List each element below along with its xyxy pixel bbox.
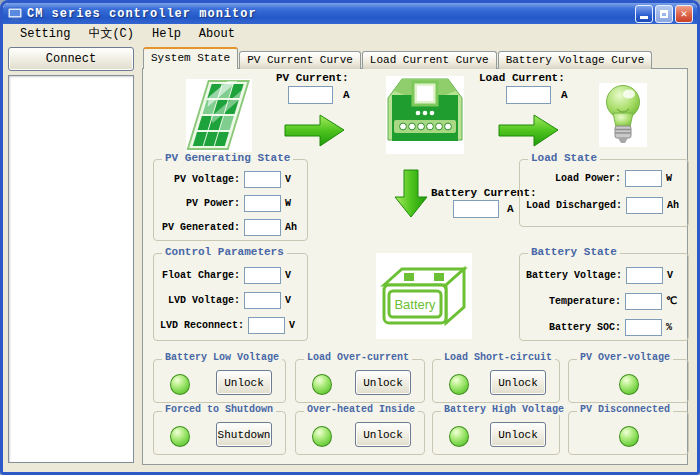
unlock-button[interactable]: Unlock [355,370,411,395]
tab-system-state[interactable]: System State [143,47,238,69]
alarm-load-over-current: Load Over-current Unlock [295,359,425,403]
alarm-battery-low-voltage: Battery Low Voltage Unlock [153,359,286,403]
device-list[interactable] [8,75,134,463]
close-button[interactable]: ✕ [675,5,693,23]
alarm-load-short-circuit: Load Short-circuit Unlock [432,359,560,403]
load-discharged-input[interactable] [626,197,663,214]
pv-power-label: PV Power: [160,198,244,209]
app-window: CM series controller monitor ✕ Setting 中… [0,0,700,475]
group-battery-state: Battery State Battery Voltage: V Tempera… [519,253,689,341]
unlock-button[interactable]: Unlock [216,370,272,395]
menu-setting[interactable]: Setting [11,26,79,42]
alarm-pv-over-voltage: PV Over-voltage [568,359,689,403]
float-charge-input[interactable] [244,267,281,284]
menu-help[interactable]: Help [143,26,190,42]
tab-pv-current-curve[interactable]: PV Current Curve [239,51,361,69]
close-icon: ✕ [681,8,688,20]
battery-soc-unit: % [662,322,680,333]
pv-generated-label: PV Generated: [160,222,244,233]
minimize-button[interactable] [635,5,653,23]
status-led [312,426,332,447]
status-led [449,426,469,447]
arrow-right-icon [284,113,346,153]
battery-current-input[interactable] [453,200,499,218]
system-state-panel: PV Current: A [142,68,688,465]
unlock-button[interactable]: Unlock [355,422,411,447]
battery-icon: Battery [376,253,472,339]
load-power-label: Load Power: [526,173,625,184]
menu-about[interactable]: About [190,26,244,42]
group-title: Control Parameters [162,246,287,258]
battery-soc-label: Battery SOC: [526,322,625,333]
group-title: PV Generating State [162,152,293,164]
temperature-label: Temperature: [526,296,625,307]
alarm-title: Battery High Voltage [441,404,567,415]
status-led [619,374,639,395]
app-icon [7,6,23,22]
titlebar: CM series controller monitor ✕ [3,3,697,24]
pv-generated-unit: Ah [281,222,299,233]
group-load-state: Load State Load Power: W Load Discharged… [519,159,689,227]
load-current-input[interactable] [506,86,551,104]
unlock-button[interactable]: Unlock [490,370,546,395]
connect-button[interactable]: Connect [8,47,134,71]
unlock-button[interactable]: Unlock [490,422,546,447]
temperature-input[interactable] [625,293,662,310]
arrow-down-icon [393,169,429,224]
group-title: Load State [528,152,600,164]
load-discharged-unit: Ah [663,200,680,211]
pv-power-input[interactable] [244,195,281,212]
alarm-title: Battery Low Voltage [162,352,282,363]
alarm-title: Load Short-circuit [441,352,555,363]
bulb-icon [599,83,647,147]
battery-soc-input[interactable] [625,319,662,336]
menu-language[interactable]: 中文(C) [79,24,143,43]
pv-current-input[interactable] [288,86,333,104]
pv-voltage-unit: V [281,174,299,185]
float-charge-label: Float Charge: [160,270,244,281]
controller-icon [386,76,464,154]
lvd-reconnect-label: LVD Reconnect: [160,320,248,331]
lvd-voltage-input[interactable] [244,292,281,309]
pv-voltage-label: PV Voltage: [160,174,244,185]
alarm-forced-to-shutdown: Forced to Shutdown Shutdown [153,411,286,455]
lvd-reconnect-unit: V [285,320,299,331]
tab-battery-voltage-curve[interactable]: Battery Voltage Curve [498,51,653,69]
group-title: Battery State [528,246,620,258]
arrow-right-icon [498,113,560,153]
alarm-title: PV Disconnected [577,404,673,415]
load-power-input[interactable] [625,170,662,187]
solar-panel-icon [186,79,252,153]
load-discharged-label: Load Discharged: [526,200,626,211]
window-controls: ✕ [635,5,693,23]
status-led [170,426,190,447]
alarm-over-heated-inside: Over-heated Inside Unlock [295,411,425,455]
lvd-voltage-unit: V [281,295,299,306]
tab-bar: System State PV Current Curve Load Curre… [143,47,653,69]
tab-load-current-curve[interactable]: Load Current Curve [362,51,497,69]
shutdown-button[interactable]: Shutdown [216,422,272,447]
load-current-label: Load Current: [479,72,565,84]
battery-voltage-input[interactable] [626,267,663,284]
status-led [312,374,332,395]
lvd-reconnect-input[interactable] [248,317,285,334]
minimize-icon [640,16,648,19]
maximize-icon [660,10,668,18]
pv-current-unit: A [343,89,350,101]
temperature-unit: ℃ [662,295,680,307]
pv-voltage-input[interactable] [244,171,281,188]
lvd-voltage-label: LVD Voltage: [160,295,244,306]
status-led [619,426,639,447]
load-power-unit: W [662,173,680,184]
status-led [170,374,190,395]
pv-generated-input[interactable] [244,219,281,236]
battery-current-unit: A [507,203,514,215]
alarm-pv-disconnected: PV Disconnected [568,411,689,455]
group-control-parameters: Control Parameters Float Charge: V LVD V… [153,253,308,341]
pv-power-unit: W [281,198,299,209]
load-current-unit: A [561,89,568,101]
main-body: Connect System State PV Current Curve Lo… [3,43,697,472]
alarm-title: PV Over-voltage [577,352,673,363]
alarm-title: Over-heated Inside [304,404,418,415]
maximize-button[interactable] [655,5,673,23]
